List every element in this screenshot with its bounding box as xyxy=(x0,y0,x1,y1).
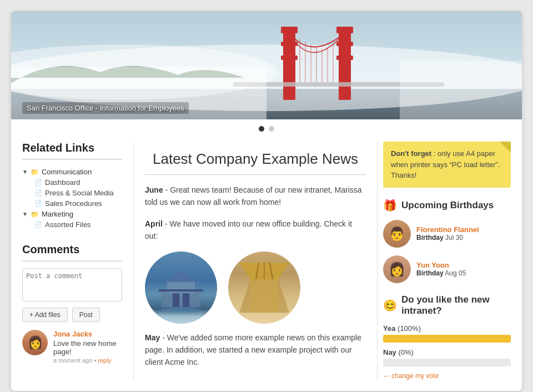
poll-option-nay-percent: (0%) xyxy=(398,348,413,356)
room-illustration xyxy=(228,252,300,324)
bday-date-1: Birthday Aug 05 xyxy=(416,269,466,277)
poll-label-nay: Nay (0%) xyxy=(383,348,511,356)
tree-item-sales[interactable]: 📄 Sales Procedures xyxy=(34,198,122,209)
carousel-dot-2[interactable] xyxy=(269,126,274,132)
comments-heading: Comments xyxy=(22,243,122,262)
news-text-may: - We've added some more example news on … xyxy=(145,333,361,367)
commenter-name-0[interactable]: Jona Jacks xyxy=(53,330,122,338)
comment-actions: + Add files Post xyxy=(22,308,122,322)
post-button[interactable]: Post xyxy=(72,308,100,322)
svg-rect-9 xyxy=(336,27,353,33)
svg-rect-10 xyxy=(336,42,353,46)
news-item-april: April - We have moved into our new offic… xyxy=(145,218,366,243)
tree-label-dashboard: Dashboard xyxy=(45,178,81,187)
birthdays-heading-text: Upcoming Birthdays xyxy=(401,200,494,211)
comments-section: Comments + Add files Post 👩 Jona Jacks L… xyxy=(22,243,122,364)
bday-avatar-0: 👨 xyxy=(383,220,411,248)
bday-info-0: Florentino Flannel Birthday Jul 30 xyxy=(416,225,479,242)
commenter-avatar-0: 👩 xyxy=(22,330,48,355)
svg-rect-27 xyxy=(183,293,189,307)
poll-option-yea-name: Yea xyxy=(383,324,395,333)
page-icon-dashboard: 📄 xyxy=(34,179,42,186)
svg-rect-7 xyxy=(281,56,298,60)
bday-label-0: Birthday xyxy=(416,234,444,242)
svg-marker-25 xyxy=(164,271,198,282)
bday-face-0: 👨 xyxy=(383,220,411,248)
news-item-may: May - We've added some more example news… xyxy=(145,331,366,369)
hero-caption-text: San Francisco Office - Information for E… xyxy=(27,104,184,112)
news-image-museum[interactable] xyxy=(145,252,217,324)
bday-date-val-1: Aug 05 xyxy=(445,269,466,277)
news-image-room[interactable] xyxy=(228,252,300,324)
poll-heading: 😊 Do you like the new intranet? xyxy=(383,294,511,316)
news-month-april: April xyxy=(145,219,163,228)
poll-bar-fill-yea xyxy=(383,335,511,343)
hero-banner: San Francisco Office - Information for E… xyxy=(11,11,522,119)
comment-meta-0: a moment ago • reply xyxy=(53,357,122,364)
bday-date-val-0: Jul 30 xyxy=(445,234,463,242)
reply-link-0[interactable]: reply xyxy=(98,357,111,364)
note-bold: Don't forget xyxy=(391,149,431,158)
note-box: Don't forget : only use A4 paper when pr… xyxy=(383,142,511,188)
birthdays-heading: 🎁 Upcoming Birthdays xyxy=(383,199,511,212)
page-icon-sales: 📄 xyxy=(34,200,42,207)
svg-point-29 xyxy=(162,307,200,313)
smiley-icon: 😊 xyxy=(383,299,397,312)
tree-label-sales: Sales Procedures xyxy=(45,199,102,208)
poll-section: 😊 Do you like the new intranet? Yea (100… xyxy=(383,294,511,380)
poll-bar-bg-yea xyxy=(383,335,511,343)
bday-date-0: Birthday Jul 30 xyxy=(416,234,479,242)
svg-rect-11 xyxy=(336,56,353,60)
tree-item-assorted[interactable]: 📄 Assorted Files xyxy=(34,219,122,230)
news-text-june: - Great news team! Because of our new in… xyxy=(145,185,362,207)
add-files-button[interactable]: + Add files xyxy=(22,308,68,322)
bday-label-1: Birthday xyxy=(416,269,444,277)
tree-item-communication[interactable]: ▼ 📁 Communication xyxy=(22,167,122,177)
tree-item-marketing[interactable]: ▼ 📁 Marketing xyxy=(22,209,122,219)
avatar-face-0: 👩 xyxy=(22,330,48,355)
tree-label-marketing: Marketing xyxy=(42,210,73,218)
poll-bar-bg-nay xyxy=(383,359,511,366)
carousel-dot-1[interactable] xyxy=(259,126,264,132)
gift-icon: 🎁 xyxy=(383,199,397,212)
tree-label-press: Press & Social Media xyxy=(45,189,114,197)
tree-item-dashboard[interactable]: 📄 Dashboard xyxy=(34,177,122,188)
svg-rect-8 xyxy=(339,28,351,100)
change-vote-link[interactable]: ← change my vote xyxy=(383,372,511,380)
tree-item-press[interactable]: 📄 Press & Social Media xyxy=(34,188,122,198)
poll-option-yea: Yea (100%) xyxy=(383,324,511,343)
museum-illustration xyxy=(145,252,217,324)
comment-body-0: Jona Jacks Love the new home page! a mom… xyxy=(53,330,122,364)
main-layout: Related Links ▼ 📁 Communication 📄 Dashbo… xyxy=(11,136,522,391)
tree-children-communication: 📄 Dashboard 📄 Press & Social Media 📄 Sal… xyxy=(22,177,122,209)
news-item-june: June - Great news team! Because of our n… xyxy=(145,184,366,209)
news-text-april: - We have moved into our new office buil… xyxy=(145,219,352,240)
news-month-may: May xyxy=(145,333,160,342)
tree-arrow-marketing: ▼ xyxy=(22,211,28,217)
center-content: Latest Company Example News June - Great… xyxy=(133,142,378,380)
svg-rect-28 xyxy=(159,289,203,292)
tree-label-assorted: Assorted Files xyxy=(45,220,90,229)
poll-option-yea-percent: (100%) xyxy=(398,324,421,333)
news-month-june: June xyxy=(145,185,163,194)
left-sidebar: Related Links ▼ 📁 Communication 📄 Dashbo… xyxy=(22,142,133,380)
birthday-item-0: 👨 Florentino Flannel Birthday Jul 30 xyxy=(383,220,511,248)
page-wrapper: San Francisco Office - Information for E… xyxy=(11,11,522,391)
svg-rect-22 xyxy=(400,61,522,119)
svg-marker-32 xyxy=(239,279,289,313)
birthday-item-1: 👩 Yun Yoon Birthday Aug 05 xyxy=(383,255,511,283)
comment-entry-0: 👩 Jona Jacks Love the new home page! a m… xyxy=(22,330,122,364)
comment-text-0: Love the new home page! xyxy=(53,339,122,356)
poll-heading-text: Do you like the new intranet? xyxy=(401,294,511,316)
news-title: Latest Company Example News xyxy=(145,142,366,175)
carousel-dots[interactable] xyxy=(11,119,522,136)
related-links-heading: Related Links xyxy=(22,142,122,160)
tree-label-communication: Communication xyxy=(42,168,92,176)
news-images xyxy=(145,252,366,324)
folder-icon-communication: 📁 xyxy=(31,168,39,176)
birthday-list: 👨 Florentino Flannel Birthday Jul 30 👩 xyxy=(383,220,511,283)
comment-input[interactable] xyxy=(22,268,122,301)
page-icon-press: 📄 xyxy=(34,189,42,197)
room-svg xyxy=(239,263,289,313)
page-icon-assorted: 📄 xyxy=(34,221,42,228)
